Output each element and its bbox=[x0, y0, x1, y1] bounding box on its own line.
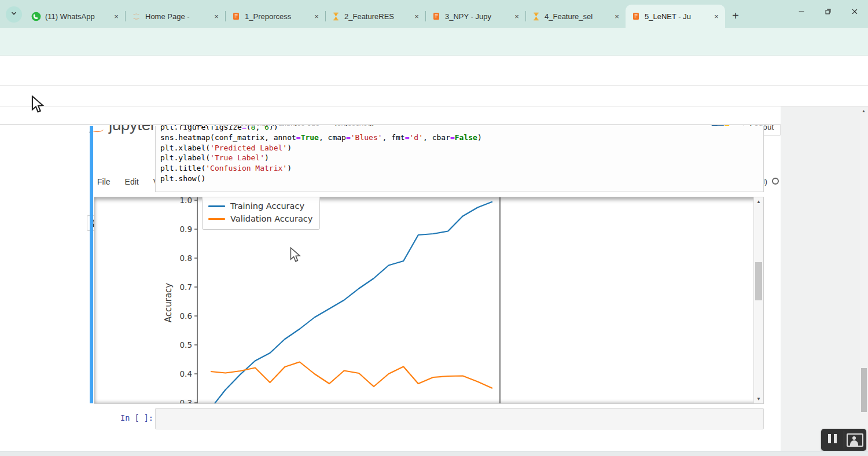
browser-tab-1[interactable]: (11) WhatsApp× bbox=[25, 5, 125, 28]
code-line: plt.show() bbox=[160, 174, 763, 184]
browser-tab-6[interactable]: 4_Feature_sel× bbox=[526, 5, 626, 28]
minimize-icon bbox=[797, 8, 806, 18]
accuracy-line-chart: 1.00.90.80.70.60.50.40.3Accuracy bbox=[94, 197, 764, 404]
browser-scroll-up-icon[interactable]: ▲ bbox=[862, 109, 866, 113]
hourglass-icon bbox=[332, 12, 340, 21]
notebook-menubar: FileEditViewInsertCellKernelWidgetsHelp … bbox=[0, 86, 868, 106]
picture-in-picture-button[interactable] bbox=[844, 429, 867, 451]
tab-search-button[interactable] bbox=[6, 6, 22, 23]
browser-tab-strip: (11) WhatsApp×Home Page -×1_Preporcess×2… bbox=[0, 0, 868, 28]
kernel-status-icon bbox=[772, 178, 779, 185]
code-line: plt.figure(figsize=(8, 6)) bbox=[160, 126, 763, 133]
notebook-icon bbox=[231, 12, 241, 21]
legend-entry: Validation Accuracy bbox=[208, 212, 312, 225]
browser-tab-4[interactable]: 2_FeatureRES× bbox=[326, 5, 425, 28]
svg-text:0.6: 0.6 bbox=[180, 311, 192, 321]
selected-cell-indicator bbox=[90, 126, 93, 403]
browser-scrollbar[interactable]: ▲ bbox=[860, 108, 868, 451]
whatsapp-icon bbox=[31, 12, 41, 21]
tab-title: 3_NPY - Jupy bbox=[445, 12, 507, 21]
svg-text:0.4: 0.4 bbox=[180, 369, 192, 378]
browser-window: (11) WhatsApp×Home Page -×1_Preporcess×2… bbox=[0, 0, 868, 456]
browser-scrollbar-thumb[interactable] bbox=[861, 368, 867, 412]
code-line: sns.heatmap(conf_matrix, annot=True, cma… bbox=[160, 133, 763, 143]
tab-title: 1_Preporcess bbox=[245, 12, 307, 21]
tab-title: 2_FeatureRES bbox=[344, 12, 407, 21]
tab-title: Home Page - bbox=[145, 12, 207, 21]
svg-text:0.3: 0.3 bbox=[180, 398, 192, 404]
browser-tab-3[interactable]: 1_Preporcess× bbox=[226, 5, 325, 28]
cell-output-scroll-area[interactable]: 1.00.90.80.70.60.50.40.3Accuracy Trainin… bbox=[94, 197, 764, 404]
window-bottom-edge bbox=[0, 451, 868, 456]
window-minimize-button[interactable] bbox=[788, 0, 815, 25]
legend-entry: Training Accuracy bbox=[208, 200, 312, 212]
empty-cell-input[interactable] bbox=[155, 408, 764, 429]
person-frame-icon bbox=[847, 433, 863, 447]
new-tab-button[interactable]: + bbox=[728, 8, 743, 23]
legend-label: Validation Accuracy bbox=[230, 214, 312, 223]
tab-title: 4_Feature_sel bbox=[545, 12, 608, 21]
output-scrollbar[interactable]: ▲ ▼ bbox=[753, 197, 763, 403]
jupyter-icon bbox=[131, 12, 141, 21]
chart-mouse-cursor bbox=[290, 247, 303, 262]
window-close-button[interactable] bbox=[841, 0, 868, 25]
browser-tab-7[interactable]: 5_LeNET - Ju× bbox=[626, 5, 725, 28]
svg-text:Accuracy: Accuracy bbox=[163, 283, 174, 323]
menu-edit[interactable]: Edit bbox=[125, 177, 139, 186]
tab-title: 5_LeNET - Ju bbox=[645, 12, 707, 21]
close-icon bbox=[851, 8, 859, 18]
notebook-icon bbox=[631, 12, 641, 21]
code-text: plt.figure(figsize=(8, 6))sns.heatmap(co… bbox=[160, 126, 763, 184]
notebook-toolbar-row: RunCode bbox=[0, 106, 868, 125]
output-scrollbar-thumb[interactable] bbox=[755, 262, 762, 300]
scroll-down-icon[interactable]: ▼ bbox=[754, 395, 763, 403]
legend-line-swatch bbox=[208, 218, 225, 220]
chart-legend: Training AccuracyValidation Accuracy bbox=[202, 197, 320, 230]
screen-capture-overlay[interactable] bbox=[821, 429, 866, 451]
tab-list: (11) WhatsApp×Home Page -×1_Preporcess×2… bbox=[25, 5, 725, 28]
notebook-icon bbox=[432, 12, 441, 21]
pause-icon bbox=[826, 434, 838, 446]
tab-close-icon[interactable]: × bbox=[711, 11, 722, 21]
code-cell-input[interactable]: plt.figure(figsize=(8, 6))sns.heatmap(co… bbox=[155, 126, 764, 192]
tab-close-icon[interactable]: × bbox=[111, 11, 122, 21]
tab-close-icon[interactable]: × bbox=[411, 11, 422, 21]
svg-text:0.8: 0.8 bbox=[180, 253, 192, 263]
svg-text:0.9: 0.9 bbox=[180, 225, 192, 234]
scroll-up-icon[interactable]: ▲ bbox=[754, 197, 763, 206]
legend-label: Training Accuracy bbox=[230, 201, 304, 211]
jupyter-header: jupyter 5_LeNET Last Checkpoint: 9 minut… bbox=[0, 56, 868, 86]
svg-text:0.7: 0.7 bbox=[180, 282, 192, 292]
code-line: plt.ylabel('True Label') bbox=[160, 153, 763, 163]
tab-close-icon[interactable]: × bbox=[311, 11, 322, 21]
svg-text:0.5: 0.5 bbox=[180, 340, 192, 350]
toolbar-divider bbox=[0, 124, 868, 125]
window-restore-button[interactable] bbox=[815, 0, 841, 25]
empty-cell-prompt: In [ ]: bbox=[117, 413, 153, 422]
legend-line-swatch bbox=[208, 205, 225, 207]
browser-tab-2[interactable]: Home Page -× bbox=[126, 5, 225, 28]
page-background-right bbox=[781, 106, 868, 456]
pause-button[interactable] bbox=[821, 429, 844, 451]
mouse-cursor bbox=[31, 95, 46, 113]
tab-close-icon[interactable]: × bbox=[211, 11, 222, 21]
menu-file[interactable]: File bbox=[97, 177, 111, 186]
browser-tab-5[interactable]: 3_NPY - Jupy× bbox=[426, 5, 525, 28]
tab-close-icon[interactable]: × bbox=[512, 11, 522, 21]
svg-text:1.0: 1.0 bbox=[180, 197, 192, 205]
code-line: plt.title('Confusion Matrix') bbox=[160, 163, 763, 174]
browser-navigation-bar: localhost:8889/notebooks/5_LeNET.ipynb O… bbox=[0, 28, 868, 56]
tab-title: (11) WhatsApp bbox=[45, 12, 107, 21]
code-line: plt.xlabel('Predicted Label') bbox=[160, 143, 763, 153]
restore-icon bbox=[824, 8, 832, 18]
tab-close-icon[interactable]: × bbox=[612, 11, 622, 21]
chevron-down-icon bbox=[10, 9, 18, 20]
hourglass-icon bbox=[532, 12, 540, 21]
